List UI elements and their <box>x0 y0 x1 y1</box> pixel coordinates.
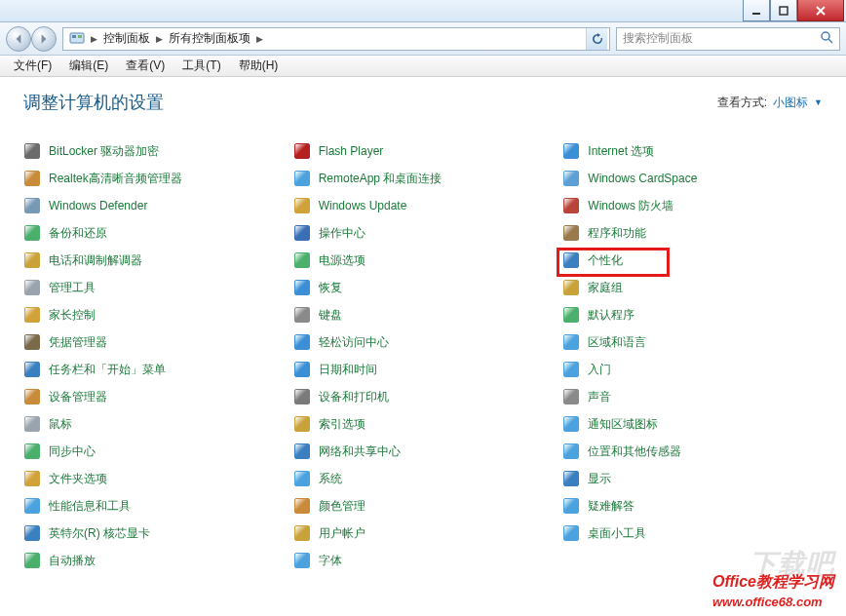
maximize-button[interactable] <box>770 0 797 21</box>
breadcrumb-separator-icon: ▶ <box>154 34 165 44</box>
item-icon <box>23 333 41 351</box>
item-label: 备份和还原 <box>49 225 107 242</box>
control-panel-item[interactable]: Windows Update <box>293 196 554 215</box>
control-panel-item[interactable]: 日期和时间 <box>293 360 554 379</box>
control-panel-item[interactable]: 电源选项 <box>293 250 554 270</box>
breadcrumb-segment[interactable]: 控制面板 <box>99 28 154 49</box>
menu-file[interactable]: 文件(F) <box>6 56 59 76</box>
control-panel-item[interactable]: 鼠标 <box>23 414 284 434</box>
menu-help[interactable]: 帮助(H) <box>231 56 287 76</box>
item-label: 电话和调制解调器 <box>49 252 142 269</box>
control-panel-item[interactable]: Windows 防火墙 <box>562 196 823 215</box>
control-panel-item[interactable]: 文件夹选项 <box>23 469 284 488</box>
item-icon <box>23 497 41 515</box>
item-label: 电源选项 <box>319 252 365 269</box>
control-panel-item[interactable]: Windows Defender <box>23 196 284 215</box>
control-panel-item[interactable]: 家长控制 <box>23 305 284 325</box>
search-input[interactable]: 搜索控制面板 <box>616 27 840 51</box>
control-panel-item[interactable]: 通知区域图标 <box>562 414 823 434</box>
item-icon <box>562 251 580 269</box>
svg-rect-6 <box>78 35 82 38</box>
control-panel-item[interactable]: 同步中心 <box>23 442 284 461</box>
control-panel-item[interactable]: 位置和其他传感器 <box>562 442 823 461</box>
back-button[interactable] <box>6 26 31 52</box>
control-panel-item[interactable]: 桌面小工具 <box>562 523 823 543</box>
control-panel-item[interactable]: Internet 选项 <box>562 141 823 161</box>
control-panel-item[interactable]: 区域和语言 <box>562 332 823 352</box>
control-panel-item[interactable]: 索引选项 <box>293 414 554 434</box>
item-label: 任务栏和「开始」菜单 <box>49 362 166 378</box>
control-panel-item[interactable]: 性能信息和工具 <box>23 496 284 516</box>
control-panel-item[interactable]: 网络和共享中心 <box>293 442 554 461</box>
item-icon <box>293 333 311 351</box>
control-panel-item[interactable]: 设备管理器 <box>23 387 284 406</box>
control-panel-item[interactable]: 显示 <box>562 469 823 488</box>
menu-tools[interactable]: 工具(T) <box>174 56 228 76</box>
control-panel-item[interactable]: RemoteApp 和桌面连接 <box>293 169 554 188</box>
minimize-button[interactable] <box>743 0 770 21</box>
control-panel-item[interactable]: 疑难解答 <box>562 496 823 516</box>
item-icon <box>23 415 41 433</box>
view-by-selector[interactable]: 查看方式: 小图标 ▼ <box>717 95 823 111</box>
item-label: Windows Update <box>319 199 407 212</box>
item-icon <box>293 415 311 433</box>
control-panel-item[interactable]: 程序和功能 <box>562 223 823 243</box>
item-icon <box>23 470 41 487</box>
item-label: 区域和语言 <box>588 334 646 351</box>
control-panel-item[interactable]: 默认程序 <box>562 305 823 325</box>
item-icon <box>562 170 580 187</box>
item-label: Windows Defender <box>49 199 147 212</box>
breadcrumb-separator-icon: ▶ <box>254 34 265 44</box>
control-panel-item[interactable]: Windows CardSpace <box>562 169 823 188</box>
item-icon <box>23 524 41 542</box>
menu-bar: 文件(F) 编辑(E) 查看(V) 工具(T) 帮助(H) <box>0 56 846 77</box>
control-panel-item[interactable]: 备份和还原 <box>23 223 284 243</box>
control-panel-item[interactable]: 电话和调制解调器 <box>23 250 284 270</box>
control-panel-item[interactable]: 键盘 <box>293 305 554 325</box>
item-label: 入门 <box>588 362 611 378</box>
refresh-button[interactable] <box>586 28 607 50</box>
item-label: Realtek高清晰音频管理器 <box>49 171 182 187</box>
control-panel-item[interactable]: 凭据管理器 <box>23 332 284 352</box>
control-panel-item[interactable]: 声音 <box>562 387 823 406</box>
control-panel-item[interactable]: BitLocker 驱动器加密 <box>23 141 284 161</box>
menu-edit[interactable]: 编辑(E) <box>61 56 116 76</box>
control-panel-item[interactable]: Realtek高清晰音频管理器 <box>23 169 284 188</box>
item-label: 键盘 <box>319 307 342 324</box>
address-bar[interactable]: ▶ 控制面板 ▶ 所有控制面板项 ▶ <box>62 27 610 51</box>
control-panel-item[interactable]: 字体 <box>293 551 554 570</box>
control-panel-item[interactable]: 任务栏和「开始」菜单 <box>23 360 284 379</box>
control-panel-item[interactable]: 个性化 <box>562 250 823 270</box>
close-button[interactable] <box>797 0 844 21</box>
item-icon <box>23 279 41 296</box>
item-icon <box>293 224 311 242</box>
control-panel-item[interactable]: 家庭组 <box>562 278 823 297</box>
control-panel-item[interactable]: 入门 <box>562 360 823 379</box>
item-label: 操作中心 <box>319 225 365 242</box>
control-panel-item[interactable]: 操作中心 <box>293 223 554 243</box>
view-by-value: 小图标 <box>773 95 808 111</box>
watermark-bottom: Office教程学习网 www.office68.com <box>712 572 834 610</box>
control-panel-item[interactable]: Flash Player <box>293 141 554 161</box>
item-icon <box>293 470 311 487</box>
menu-view[interactable]: 查看(V) <box>118 56 173 76</box>
control-panel-item[interactable]: 颜色管理 <box>293 496 554 516</box>
breadcrumb-segment[interactable]: 所有控制面板项 <box>165 28 254 49</box>
view-by-label: 查看方式: <box>717 95 767 111</box>
item-label: 性能信息和工具 <box>49 498 131 515</box>
item-icon <box>23 224 41 242</box>
control-panel-item[interactable]: 自动播放 <box>23 551 284 570</box>
item-icon <box>23 388 41 405</box>
item-label: 默认程序 <box>588 307 634 324</box>
control-panel-item[interactable]: 恢复 <box>293 278 554 297</box>
item-icon <box>293 279 311 296</box>
svg-rect-5 <box>72 35 76 38</box>
control-panel-item[interactable]: 用户帐户 <box>293 523 554 543</box>
forward-button[interactable] <box>31 26 57 52</box>
item-label: 系统 <box>319 471 342 487</box>
control-panel-item[interactable]: 英特尔(R) 核芯显卡 <box>23 523 284 543</box>
control-panel-item[interactable]: 系统 <box>293 469 554 488</box>
control-panel-item[interactable]: 管理工具 <box>23 278 284 297</box>
control-panel-item[interactable]: 设备和打印机 <box>293 387 554 406</box>
control-panel-item[interactable]: 轻松访问中心 <box>293 332 554 352</box>
